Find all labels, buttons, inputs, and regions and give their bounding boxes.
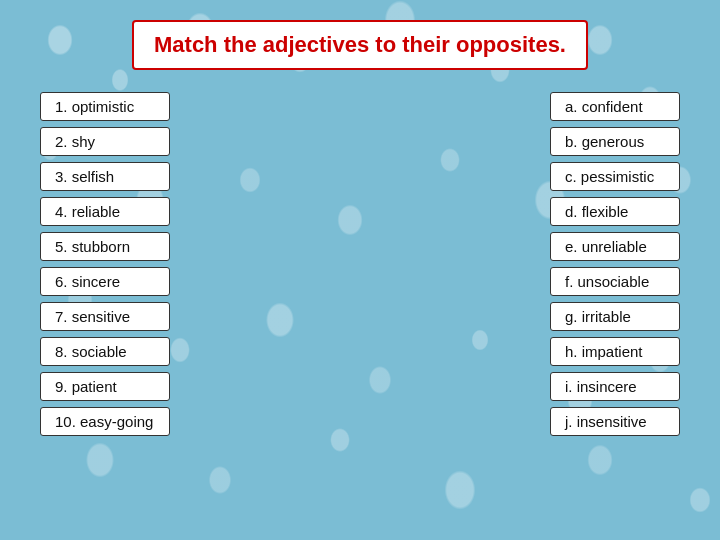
right-item-i: i. insincere [550, 372, 680, 401]
right-column: a. confidentb. generousc. pessimisticd. … [550, 92, 680, 436]
right-item-g: g. irritable [550, 302, 680, 331]
right-item-a: a. confident [550, 92, 680, 121]
right-item-d: d. flexible [550, 197, 680, 226]
left-item-3: 3. selfish [40, 162, 170, 191]
left-item-9: 9. patient [40, 372, 170, 401]
right-item-b: b. generous [550, 127, 680, 156]
left-item-5: 5. stubborn [40, 232, 170, 261]
right-item-h: h. impatient [550, 337, 680, 366]
left-item-1: 1. optimistic [40, 92, 170, 121]
right-item-j: j. insensitive [550, 407, 680, 436]
title-box: Match the adjectives to their opposites. [132, 20, 588, 70]
left-item-10: 10. easy-going [40, 407, 170, 436]
left-item-4: 4. reliable [40, 197, 170, 226]
right-item-e: e. unreliable [550, 232, 680, 261]
main-container: Match the adjectives to their opposites.… [0, 0, 720, 540]
left-item-7: 7. sensitive [40, 302, 170, 331]
left-column: 1. optimistic2. shy3. selfish4. reliable… [40, 92, 170, 436]
left-item-2: 2. shy [40, 127, 170, 156]
left-item-6: 6. sincere [40, 267, 170, 296]
title-text: Match the adjectives to their opposites. [154, 32, 566, 57]
left-item-8: 8. sociable [40, 337, 170, 366]
columns-container: 1. optimistic2. shy3. selfish4. reliable… [20, 92, 700, 436]
right-item-f: f. unsociable [550, 267, 680, 296]
right-item-c: c. pessimistic [550, 162, 680, 191]
